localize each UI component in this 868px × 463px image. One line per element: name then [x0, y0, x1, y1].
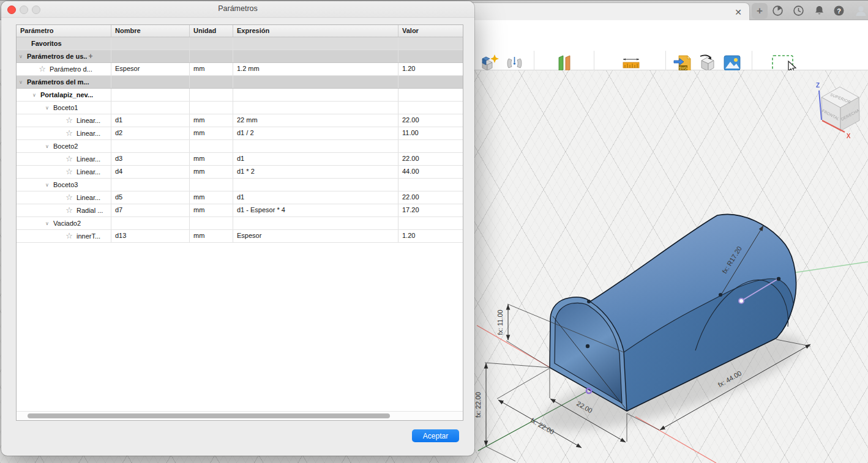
- cell-nombre[interactable]: d5: [111, 191, 190, 204]
- table-row[interactable]: ∨Portalapiz_nev...: [17, 89, 463, 102]
- cell-valor: [398, 76, 463, 88]
- horizontal-scrollbar[interactable]: [17, 411, 463, 420]
- cell-expresion[interactable]: d1 / 2: [233, 127, 398, 139]
- job-status-icon[interactable]: [771, 4, 784, 17]
- table-header: Parámetro Nombre Unidad Expresión Valor: [17, 25, 463, 37]
- cell-nombre: [111, 102, 190, 114]
- cell-nombre: [111, 76, 190, 88]
- add-parameter-icon[interactable]: +: [88, 52, 92, 61]
- cell-unidad[interactable]: mm: [190, 63, 233, 75]
- expand-chevron-icon[interactable]: ∨: [18, 80, 24, 85]
- table-row[interactable]: ☆Radial ...d7mmd1 - Espesor * 417.20: [17, 204, 463, 217]
- cell-unidad[interactable]: mm: [190, 127, 233, 139]
- clock-history-icon[interactable]: [792, 4, 805, 17]
- new-tab-button[interactable]: +: [752, 3, 768, 19]
- col-unidad[interactable]: Unidad: [190, 25, 233, 37]
- favorite-star-icon[interactable]: ☆: [65, 193, 73, 202]
- dialog-titlebar[interactable]: Parámetros: [1, 1, 474, 18]
- cell-nombre[interactable]: d1: [111, 114, 190, 127]
- table-row[interactable]: ☆Linear...d2mmd1 / 211.00: [17, 127, 463, 140]
- table-row[interactable]: ∨Parámetros de us..+: [17, 50, 463, 63]
- user-avatar[interactable]: [855, 4, 867, 17]
- table-row[interactable]: ∨Boceto3: [17, 179, 463, 191]
- parameter-name-label: Boceto2: [53, 143, 78, 150]
- parameter-name-label: Linear...: [77, 117, 100, 124]
- cell-nombre[interactable]: d7: [111, 204, 190, 217]
- favorite-star-icon[interactable]: ☆: [65, 232, 73, 240]
- cell-expresion[interactable]: d1: [233, 191, 398, 204]
- table-row[interactable]: ☆Parámetro d...Espesormm1.2 mm1.20: [17, 63, 463, 76]
- favorite-star-icon[interactable]: ☆: [65, 206, 73, 215]
- canvas-icon[interactable]: [723, 54, 741, 72]
- cell-valor[interactable]: 17.20: [398, 204, 463, 217]
- cell-valor[interactable]: 22.00: [398, 114, 463, 127]
- expand-chevron-icon[interactable]: ∨: [44, 221, 50, 226]
- cell-valor[interactable]: 1.20: [398, 230, 463, 242]
- cell-expresion: [233, 50, 398, 62]
- indent: [17, 133, 65, 134]
- cell-valor: [398, 102, 463, 114]
- table-row[interactable]: Favoritos: [17, 37, 463, 50]
- col-valor[interactable]: Valor: [398, 25, 463, 37]
- cell-expresion[interactable]: 1.2 mm: [233, 63, 398, 75]
- table-row[interactable]: ☆Linear...d3mmd122.00: [17, 153, 463, 166]
- cell-nombre[interactable]: d4: [111, 166, 190, 178]
- col-nombre[interactable]: Nombre: [111, 25, 190, 37]
- table-row[interactable]: ∨Boceto2: [17, 140, 463, 153]
- col-parametro[interactable]: Parámetro: [17, 25, 111, 37]
- help-icon[interactable]: ?: [832, 4, 845, 17]
- favorite-star-icon[interactable]: ☆: [65, 168, 73, 176]
- cell-valor[interactable]: 22.00: [398, 191, 463, 204]
- table-row[interactable]: ∨Boceto1: [17, 102, 463, 114]
- scrollbar-thumb[interactable]: [28, 413, 390, 418]
- cell-valor[interactable]: 22.00: [398, 153, 463, 165]
- cell-expresion[interactable]: Espesor: [233, 230, 398, 242]
- cell-nombre[interactable]: d2: [111, 127, 190, 139]
- table-row[interactable]: ∨Vaciado2: [17, 217, 463, 230]
- cell-expresion[interactable]: d1 - Espesor * 4: [233, 204, 398, 217]
- indent: [17, 198, 65, 198]
- cell-expresion[interactable]: d1: [233, 153, 398, 165]
- cell-valor[interactable]: 44.00: [398, 166, 463, 178]
- parameter-name-label: innerT...: [77, 232, 100, 240]
- indent: [17, 95, 31, 95]
- favorite-star-icon[interactable]: ☆: [65, 155, 73, 163]
- expand-chevron-icon[interactable]: ∨: [18, 54, 24, 59]
- indent: [17, 69, 38, 70]
- cell-valor[interactable]: 1.20: [398, 63, 463, 75]
- notifications-bell-icon[interactable]: [813, 4, 826, 17]
- parameter-name-label: Favoritos: [31, 40, 62, 47]
- expand-chevron-icon[interactable]: ∨: [44, 105, 50, 111]
- table-row[interactable]: ☆Linear...d5mmd122.00: [17, 191, 463, 204]
- favorite-star-icon[interactable]: ☆: [38, 65, 47, 73]
- cell-nombre[interactable]: Espesor: [111, 63, 190, 75]
- tab-close-icon[interactable]: ✕: [733, 7, 743, 17]
- col-expresion[interactable]: Expresión: [233, 25, 398, 37]
- cell-unidad[interactable]: mm: [190, 230, 233, 242]
- cell-unidad[interactable]: mm: [190, 191, 233, 204]
- parameter-name-label: Parámetros del m...: [27, 78, 89, 86]
- cell-nombre[interactable]: d13: [111, 230, 190, 242]
- cell-expresion[interactable]: 22 mm: [233, 114, 398, 127]
- cell-nombre[interactable]: d3: [111, 153, 190, 165]
- cell-unidad[interactable]: mm: [190, 153, 233, 165]
- table-row[interactable]: ☆Linear...d1mm22 mm22.00: [17, 114, 463, 127]
- table-body: Favoritos∨Parámetros de us..+☆Parámetro …: [17, 37, 463, 243]
- expand-chevron-icon[interactable]: ∨: [31, 92, 37, 98]
- indent: [17, 185, 44, 185]
- accept-button[interactable]: Aceptar: [412, 429, 459, 442]
- parameters-table: Parámetro Nombre Unidad Expresión Valor …: [16, 24, 463, 421]
- cell-unidad[interactable]: mm: [190, 114, 233, 127]
- cell-unidad[interactable]: mm: [190, 204, 233, 217]
- table-row[interactable]: ☆innerT...d13mmEspesor1.20: [17, 230, 463, 243]
- favorite-star-icon[interactable]: ☆: [65, 116, 73, 125]
- cell-valor[interactable]: 11.00: [398, 127, 463, 139]
- table-row[interactable]: ☆Linear...d4mmd1 * 244.00: [17, 166, 463, 179]
- expand-chevron-icon[interactable]: ∨: [44, 144, 50, 149]
- favorite-star-icon[interactable]: ☆: [65, 129, 73, 138]
- cell-expresion[interactable]: d1 * 2: [233, 166, 398, 178]
- table-row[interactable]: ∨Parámetros del m...: [17, 76, 463, 89]
- cell-unidad[interactable]: mm: [190, 166, 233, 178]
- parameter-name-label: Portalapiz_nev...: [40, 91, 93, 98]
- expand-chevron-icon[interactable]: ∨: [44, 182, 50, 188]
